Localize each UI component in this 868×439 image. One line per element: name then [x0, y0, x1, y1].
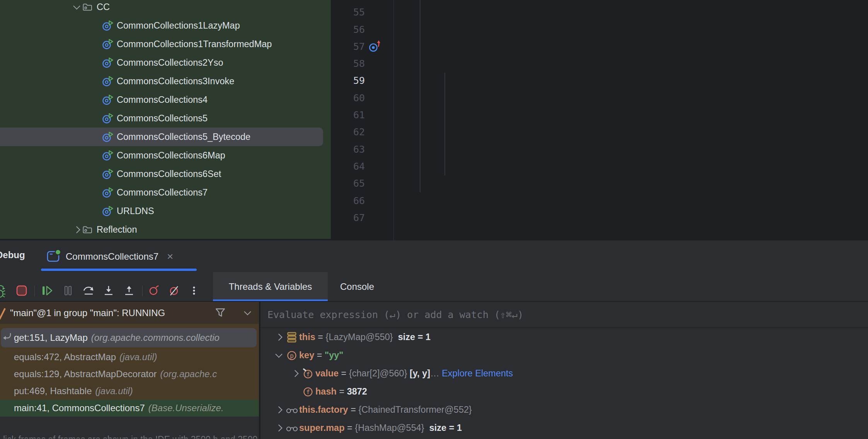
stack-frame-row[interactable]: put:469, Hashtable(java.util) [0, 383, 259, 400]
code-line-57[interactable]: 57 [331, 38, 868, 55]
evaluate-expression-input[interactable]: Evaluate expression (↵) or add a watch (… [260, 302, 868, 328]
variable-row-value[interactable]: fvalue = {char[2]@560} [y, y]… Explore E… [289, 364, 513, 383]
code-editor[interactable]: 5455565758596061626364656667 [331, 0, 868, 240]
code-line-66[interactable]: 66 [331, 192, 868, 209]
step-out-icon[interactable] [123, 284, 135, 298]
code-line-67[interactable]: 67 [331, 209, 868, 226]
gutter-slot[interactable] [365, 55, 390, 72]
gutter-slot[interactable] [365, 4, 390, 21]
chevron-right-icon[interactable] [273, 407, 284, 412]
tree-item-commoncollections1lazymap[interactable]: CommonCollections1LazyMap [0, 16, 331, 35]
code-line-64[interactable]: 64 [331, 158, 868, 175]
filter-icon[interactable] [215, 307, 226, 320]
gutter-slot[interactable] [365, 72, 390, 89]
gutter-slot[interactable] [365, 141, 390, 158]
tab-threads-variables[interactable]: Threads & Variables [213, 272, 328, 301]
gutter-slot[interactable] [365, 107, 390, 124]
gutter-slot[interactable] [365, 90, 390, 107]
execution-point-icon[interactable] [365, 38, 390, 55]
code-line-54[interactable]: 54 [331, 0, 868, 4]
view-breakpoints-icon[interactable] [148, 284, 160, 298]
gutter-slot[interactable] [365, 158, 390, 175]
code-line-63[interactable]: 63 [331, 141, 868, 158]
pause-icon[interactable] [62, 284, 74, 298]
variable-row-super-map[interactable]: super.map = {HashMap@554} size = 1 [273, 419, 462, 437]
variable-row-key[interactable]: pkey = "yy" [273, 346, 343, 364]
tree-item-commonscollections4[interactable]: CommonsCollections4 [0, 90, 331, 109]
code-line-59[interactable]: 59 [331, 72, 868, 89]
more-options-icon[interactable] [188, 284, 200, 298]
chevron-right-icon[interactable] [72, 227, 81, 232]
code-line-65[interactable]: 65 [331, 175, 868, 192]
line-number[interactable]: 64 [331, 158, 365, 175]
close-icon[interactable]: × [167, 251, 173, 262]
stack-frame-row[interactable]: equals:472, AbstractMap(java.util) [0, 349, 259, 366]
gutter-slot[interactable] [365, 21, 390, 38]
code-line-58[interactable]: 58 [331, 55, 868, 72]
step-into-icon[interactable] [102, 284, 115, 298]
tree-item-commonscollections6set[interactable]: CommonsCollections6Set [0, 165, 331, 183]
tree-item-commonscollections7[interactable]: CommonsCollections7 [0, 183, 331, 202]
tree-item-commonscollections5_bytecode[interactable]: CommonsCollections5_Bytecode [0, 128, 323, 146]
gutter-slot[interactable] [365, 0, 390, 4]
line-number[interactable]: 54 [331, 0, 365, 4]
stack-frame-row[interactable]: equals:129, AbstractMapDecorator(org.apa… [0, 366, 259, 383]
code-line-62[interactable]: 62 [331, 124, 868, 141]
step-over-icon[interactable] [82, 284, 95, 298]
tree-item-commonscollections6map[interactable]: CommonsCollections6Map [0, 146, 331, 165]
line-number[interactable]: 65 [331, 175, 365, 192]
frame-location: get:151, LazyMap [14, 332, 88, 343]
line-number[interactable]: 61 [331, 107, 365, 124]
code-line-60[interactable]: 60 [331, 90, 868, 107]
stack-frame-row[interactable]: get:151, LazyMap(org.apache.commons.coll… [0, 328, 259, 347]
runnable-class-icon [101, 112, 114, 124]
variable-row-this-factory[interactable]: this.factory = {ChainedTransformer@552} [273, 401, 472, 419]
line-number[interactable]: 57 [331, 38, 365, 55]
gutter-slot[interactable] [365, 124, 390, 141]
chevron-down-icon[interactable] [244, 308, 251, 315]
resume-icon[interactable] [41, 284, 53, 298]
gutter-slot[interactable] [365, 175, 390, 192]
debug-session-tab[interactable]: CommonsCollections7 × [46, 248, 173, 265]
variable-value-part: = [345, 423, 355, 433]
tree-item-urldns[interactable]: URLDNS [0, 202, 331, 220]
chevron-right-icon[interactable] [289, 371, 301, 376]
tree-item-commonscollections2yso[interactable]: CommonsCollections2Yso [0, 53, 331, 72]
runnable-class-icon [101, 187, 114, 198]
code-line-61[interactable]: 61 [331, 107, 868, 124]
chevron-down-icon[interactable] [273, 353, 284, 358]
line-number[interactable]: 56 [331, 21, 365, 38]
variable-row-this[interactable]: this = {LazyMap@550} size = 1 [273, 328, 431, 346]
variable-row-hash[interactable]: fhash = 3872 [289, 383, 367, 401]
code-line-56[interactable]: 56 [331, 21, 868, 38]
gutter-slot[interactable] [365, 209, 390, 226]
rerun-debug-icon[interactable] [0, 284, 5, 298]
thread-status-bar[interactable]: "main"@1 in group "main": RUNNING [0, 302, 259, 325]
mute-breakpoints-icon[interactable] [168, 284, 181, 298]
tab-console[interactable]: Console [328, 272, 386, 301]
line-number[interactable]: 67 [331, 209, 365, 226]
code-line-55[interactable]: 55 [331, 4, 868, 21]
chevron-down-icon[interactable] [72, 5, 81, 10]
chevron-right-icon[interactable] [273, 425, 284, 430]
variable-value-part: 3872 [347, 386, 367, 397]
stack-frame-row[interactable]: main:41, CommonsCollections7(Base.Unseri… [0, 400, 259, 417]
line-number[interactable]: 59 [331, 72, 365, 89]
stop-icon[interactable] [15, 284, 28, 298]
tree-folder-cc[interactable]: CC [0, 0, 331, 16]
chevron-right-icon[interactable] [273, 335, 284, 340]
line-number[interactable]: 63 [331, 141, 365, 158]
tree-item-commoncollections1transformedmap[interactable]: CommonCollections1TransformedMap [0, 35, 331, 53]
tree-folder-reflection[interactable]: Reflection [0, 220, 331, 239]
gutter-slot[interactable] [365, 192, 390, 209]
line-number[interactable]: 55 [331, 4, 365, 21]
variable-name: key [299, 350, 314, 361]
line-number[interactable]: 60 [331, 90, 365, 107]
explore-elements-link[interactable]: Explore Elements [439, 368, 513, 379]
line-number[interactable]: 58 [331, 55, 365, 72]
tree-item-label: CommonsCollections3Invoke [117, 76, 234, 87]
line-number[interactable]: 62 [331, 124, 365, 141]
line-number[interactable]: 66 [331, 192, 365, 209]
tree-item-commonscollections3invoke[interactable]: CommonsCollections3Invoke [0, 72, 331, 90]
tree-item-commonscollections5[interactable]: CommonsCollections5 [0, 109, 331, 128]
